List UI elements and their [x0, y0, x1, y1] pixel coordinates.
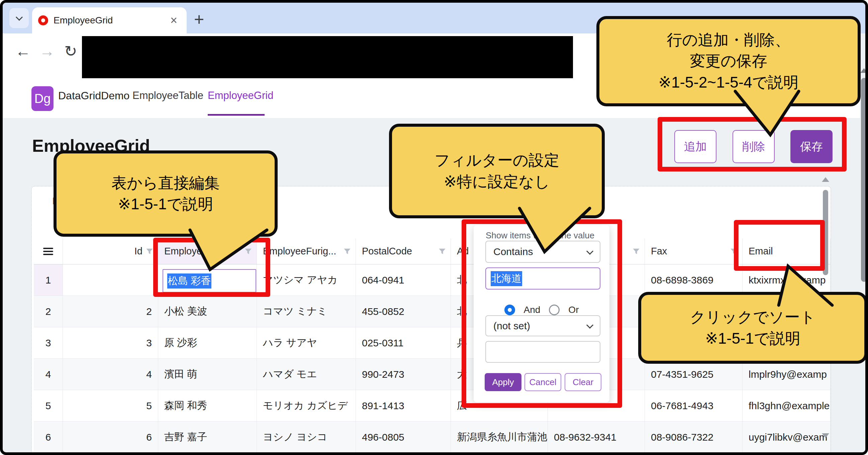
cell-furigana[interactable]: ハマダ モエ [257, 359, 356, 390]
new-tab-button[interactable]: + [194, 11, 204, 28]
row-number[interactable]: 3 [34, 327, 63, 358]
cell-postal[interactable]: 891-1413 [356, 390, 451, 421]
table-row[interactable] [34, 453, 831, 455]
callout-line: ※特に設定なし [444, 171, 550, 192]
filter-icon[interactable] [146, 248, 153, 255]
active-tab-underline [208, 114, 265, 116]
cell-name[interactable]: 原 沙彩 [158, 327, 257, 358]
forward-icon[interactable]: → [39, 43, 55, 59]
cell-name[interactable]: 森岡 和秀 [158, 390, 257, 421]
grid-scroll-down-icon[interactable] [822, 433, 829, 438]
chevron-down-icon [16, 13, 23, 21]
cell-name[interactable]: 吉野 嘉子 [158, 422, 257, 453]
callout-line: 行の追加・削除、 [666, 29, 790, 51]
app-logo[interactable]: Dg [31, 86, 54, 111]
redacted-address-bar [82, 36, 573, 78]
cell-email[interactable]: fhl3ghn@example [743, 390, 831, 421]
table-row[interactable]: 5 5 森岡 和秀 モリオカ カズヒデ 891-1413 広 06-7681-4… [34, 390, 831, 422]
cell-id[interactable]: 5 [63, 390, 158, 421]
row-number[interactable]: 2 [34, 296, 63, 327]
callout-tail [173, 220, 287, 277]
callout-line: 変更の保存 [690, 51, 767, 71]
cell-tel[interactable]: 08-9632-9341 [548, 422, 645, 453]
nav-link-employeetable[interactable]: EmployeeTable [132, 90, 204, 102]
cell-postal[interactable]: 990-2473 [356, 359, 451, 390]
callout-tail [504, 197, 608, 258]
column-label: PostalCode [362, 246, 438, 257]
callout-tail [722, 79, 815, 143]
cell-furigana[interactable]: モリオカ カズヒデ [257, 390, 356, 421]
nav-link-employeegrid[interactable]: EmployeeGrid [208, 90, 273, 102]
column-label: Id [69, 246, 143, 257]
callout-line: ※1-5-1で説明 [705, 328, 800, 349]
column-header-fax[interactable]: Fax [645, 238, 743, 264]
row-number[interactable]: 6 [34, 422, 63, 453]
cell-furigana[interactable]: ヨシノ ヨシコ [257, 422, 356, 453]
cell-postal[interactable]: 025-0311 [356, 327, 451, 358]
browser-window: EmployeeGrid × + ← → ↻ Dg DataGridDemo E… [0, 0, 868, 455]
cell-furigana[interactable]: コマツ ミナミ [257, 296, 356, 327]
close-tab-icon[interactable]: × [170, 14, 177, 26]
filter-icon[interactable] [343, 248, 351, 255]
cell-id[interactable]: 4 [63, 359, 158, 390]
cell-postal[interactable]: 064-0941 [356, 264, 451, 296]
column-header-postalcode[interactable]: PostalCode [356, 238, 451, 264]
scroll-up-icon[interactable] [860, 68, 868, 73]
table-row[interactable]: 6 6 吉野 嘉子 ヨシノ ヨシコ 496-0805 新潟県糸魚川市蒲池 08-… [34, 422, 831, 453]
cell-email[interactable]: uygi7libkv@exam [743, 422, 831, 453]
cell-name[interactable]: 濱田 萌 [158, 359, 257, 390]
cell-id[interactable]: 3 [63, 327, 158, 358]
tab-search-button[interactable] [9, 8, 29, 28]
reload-icon[interactable]: ↻ [64, 43, 77, 59]
back-icon[interactable]: ← [16, 43, 31, 59]
cell-fax[interactable]: 08-9086-7322 [645, 422, 743, 453]
callout-tail [762, 257, 842, 310]
filter-icon[interactable] [438, 248, 446, 255]
callout-line: 表から直接編集 [112, 172, 220, 194]
callout-line: フィルターの設定 [434, 150, 559, 171]
cell-fax[interactable]: 06-7681-4943 [645, 390, 743, 421]
row-number[interactable]: 5 [34, 390, 63, 421]
tab-title: EmployeeGrid [54, 15, 113, 26]
row-number[interactable]: 1 [34, 264, 63, 296]
row-number[interactable]: 4 [34, 359, 63, 390]
cell-address[interactable]: 新潟県糸魚川市蒲池 [451, 422, 548, 453]
column-menu-header[interactable] [34, 238, 63, 264]
cell-name[interactable]: 小松 美波 [158, 296, 257, 327]
site-favicon-icon [38, 15, 48, 25]
menu-icon [43, 248, 53, 255]
cell-fax[interactable]: 08-6898-3869 [645, 264, 743, 296]
cell-id[interactable] [63, 264, 158, 296]
cell-id[interactable]: 6 [63, 422, 158, 453]
cell-id[interactable]: 2 [63, 296, 158, 327]
column-header-id[interactable]: Id [63, 238, 158, 264]
grid-scroll-up-icon[interactable] [822, 177, 829, 182]
cell-postal[interactable]: 455-0852 [356, 296, 451, 327]
callout-line: ※1-5-1で説明 [118, 194, 213, 215]
filter-icon[interactable] [632, 248, 640, 255]
cell-furigana[interactable]: ハラ サアヤ [257, 327, 356, 358]
browser-scrollbar-thumb[interactable] [861, 78, 867, 282]
cell-postal[interactable]: 496-0805 [356, 422, 451, 453]
column-label: Fax [651, 246, 730, 257]
browser-tab[interactable]: EmployeeGrid × [32, 7, 187, 33]
brand-name[interactable]: DataGridDemo [58, 90, 129, 102]
